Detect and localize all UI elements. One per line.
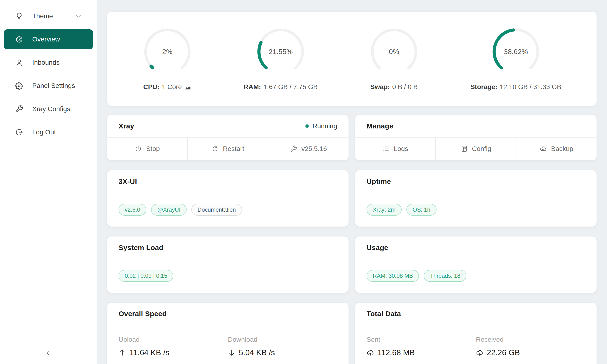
received-stat: Received 22.26 GB — [476, 336, 585, 357]
dashboard-gauge-icon — [15, 35, 23, 43]
ram-caption: RAM: 1.67 GB / 7.75 GB — [244, 83, 318, 91]
upload-value: 11.64 KB /s — [130, 348, 169, 357]
area-chart-icon[interactable] — [184, 84, 191, 91]
xray-uptime-badge: Xray: 2m — [367, 204, 402, 216]
sidebar-item-panel-settings[interactable]: Panel Settings — [4, 76, 93, 96]
running-dot-icon — [305, 124, 309, 128]
manage-card: Manage Logs Config — [355, 115, 596, 160]
sidebar-item-label: Theme — [32, 12, 53, 20]
telegram-tag[interactable]: @XrayUI — [151, 204, 187, 216]
download-value: 5.04 KB /s — [239, 348, 275, 357]
xray-card: Xray Running Stop Restart — [107, 115, 349, 160]
storage-caption: Storage: 12.10 GB / 31.33 GB — [470, 83, 561, 91]
logout-icon — [15, 128, 23, 136]
load-average-badge: 0.02 | 0.09 | 0.15 — [119, 270, 173, 282]
config-button[interactable]: Config — [435, 138, 516, 160]
chevron-left-icon — [45, 349, 52, 357]
upload-label: Upload — [119, 336, 228, 343]
sidebar-item-label: Log Out — [32, 129, 56, 136]
sidebar-item-log-out[interactable]: Log Out — [4, 122, 93, 142]
documentation-tag[interactable]: Documentation — [191, 204, 242, 216]
download-speed-stat: Download 5.04 KB /s — [228, 336, 337, 357]
xui-card: 3X-UI v2.6.0 @XrayUI Documentation — [107, 170, 349, 227]
xray-stop-button[interactable]: Stop — [107, 138, 187, 160]
sidebar-nav: Theme Overview Inbounds — [0, 0, 97, 142]
sidebar-item-label: Xray Configs — [32, 105, 70, 113]
total-data-card-title: Total Data — [367, 310, 401, 318]
total-data-card: Total Data Sent 112.68 MB Received — [355, 303, 596, 364]
gear-icon — [15, 82, 23, 90]
xray-status-label: Running — [313, 122, 337, 130]
xray-card-title: Xray — [119, 122, 134, 130]
user-icon — [15, 59, 23, 66]
system-stats-card: 2% CPU: 1 Core 21.55% RAM: — [107, 12, 596, 106]
system-load-card: System Load 0.02 | 0.09 | 0.15 — [107, 236, 349, 293]
storage-gauge: 38.62% Storage: 12.10 GB / 31.33 GB — [470, 27, 561, 91]
logs-button[interactable]: Logs — [355, 138, 435, 160]
xray-version-button[interactable]: v25.5.16 — [268, 138, 349, 160]
restart-icon — [211, 145, 219, 152]
system-load-card-title: System Load — [119, 244, 163, 252]
version-tag[interactable]: v2.6.0 — [119, 204, 146, 216]
overall-speed-card: Overall Speed Upload 11.64 KB /s Downloa… — [107, 303, 349, 364]
cpu-percent: 2% — [143, 27, 192, 77]
manage-card-title: Manage — [367, 122, 393, 130]
upload-speed-stat: Upload 11.64 KB /s — [119, 336, 228, 357]
lightbulb-icon — [15, 12, 23, 20]
cards-grid: Xray Running Stop Restart — [107, 115, 596, 364]
cpu-gauge: 2% CPU: 1 Core — [143, 27, 192, 91]
sidebar-item-inbounds[interactable]: Inbounds — [4, 52, 93, 73]
cloud-backup-icon — [540, 145, 547, 152]
power-icon — [135, 145, 142, 152]
sent-label: Sent — [367, 336, 476, 343]
sent-stat: Sent 112.68 MB — [367, 336, 476, 357]
storage-percent: 38.62% — [491, 27, 541, 77]
xui-card-title: 3X-UI — [119, 178, 137, 185]
usage-card-title: Usage — [367, 244, 388, 252]
sidebar-item-xray-configs[interactable]: Xray Configs — [4, 99, 93, 119]
sidebar-item-label: Panel Settings — [32, 82, 75, 90]
threads-badge: Threads: 18 — [424, 270, 466, 282]
wrench-icon — [15, 105, 23, 113]
arrow-up-icon — [119, 349, 126, 356]
received-value: 22.26 GB — [487, 348, 520, 357]
swap-gauge: 0% Swap: 0 B / 0 B — [369, 27, 419, 91]
ram-usage-badge: RAM: 30.08 MB — [367, 270, 419, 282]
xray-restart-button[interactable]: Restart — [187, 138, 268, 160]
arrow-down-icon — [228, 349, 236, 356]
usage-card: Usage RAM: 30.08 MB Threads: 18 — [355, 236, 596, 293]
main-content: 2% CPU: 1 Core 21.55% RAM: — [97, 0, 607, 364]
sidebar-item-theme[interactable]: Theme — [4, 6, 93, 26]
sidebar-item-label: Inbounds — [32, 59, 60, 66]
cloud-upload-icon — [367, 349, 374, 356]
cpu-caption: CPU: 1 Core — [143, 83, 191, 91]
backup-button[interactable]: Backup — [516, 138, 596, 160]
uptime-card: Uptime Xray: 2m OS: 1h — [355, 170, 596, 227]
sent-value: 112.68 MB — [378, 348, 415, 357]
ram-gauge: 21.55% RAM: 1.67 GB / 7.75 GB — [244, 27, 318, 91]
overall-speed-card-title: Overall Speed — [119, 310, 167, 318]
chevron-down-icon — [74, 12, 82, 20]
sliders-icon — [461, 145, 468, 152]
ram-percent: 21.55% — [256, 27, 306, 77]
swap-caption: Swap: 0 B / 0 B — [370, 83, 418, 91]
cloud-download-icon — [476, 349, 484, 356]
xray-status: Running — [305, 122, 337, 130]
sidebar-item-label: Overview — [32, 36, 60, 43]
received-label: Received — [476, 336, 585, 343]
wrench-icon — [290, 145, 297, 152]
swap-percent: 0% — [369, 27, 419, 77]
os-uptime-badge: OS: 1h — [406, 204, 436, 216]
uptime-card-title: Uptime — [367, 178, 391, 185]
sidebar-item-overview[interactable]: Overview — [4, 29, 93, 49]
list-icon — [383, 145, 390, 152]
sidebar: Theme Overview Inbounds — [0, 0, 97, 364]
download-label: Download — [228, 336, 337, 343]
sidebar-collapse-button[interactable] — [0, 349, 97, 357]
